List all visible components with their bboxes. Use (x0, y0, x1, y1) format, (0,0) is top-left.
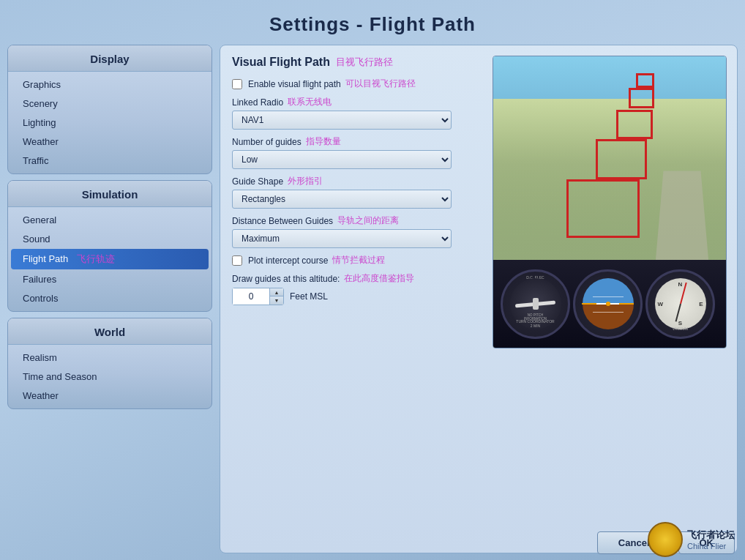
page-title: Settings - Flight Path (0, 0, 745, 45)
ai-pitch-line1 (593, 296, 624, 297)
num-guides-container: Number of guides 指导数量 Low Medium High (232, 135, 459, 169)
enable-row: Enable visual flight path 可以目视飞行路径 (232, 78, 459, 90)
watermark-sub: China Flier (687, 542, 735, 550)
sidebar-item-flightpath[interactable]: Flight Path 飞行轨迹 (11, 249, 209, 269)
altitude-chinese: 在此高度借鉴指导 (344, 272, 414, 285)
linked-radio-container: Linked Radio 联系无线电 NAV1 NAV2 COM1 COM2 (232, 96, 459, 130)
altitude-unit: Feet MSL (290, 291, 328, 302)
left-settings: Enable visual flight path 可以目视飞行路径 Linke… (232, 78, 459, 305)
plot-intercept-label: Plot intercept course 情节拦截过程 (248, 254, 385, 266)
sidebar-header-display: Display (8, 45, 211, 72)
preview-image: D.C. ELEC TURN COORDINATOR (493, 56, 727, 348)
sidebar-item-realism[interactable]: Realism (11, 348, 209, 367)
content-area: Visual Flight Path 目视飞行路径 Enable visual … (220, 45, 738, 553)
altitude-spinners: ▲ ▼ (269, 288, 283, 305)
sidebar-item-failures[interactable]: Failures (11, 270, 209, 288)
settings-panel: Visual Flight Path 目视飞行路径 Enable visual … (220, 45, 738, 553)
sidebar-header-simulation: Simulation (8, 181, 211, 207)
panel-title-text: Visual Flight Path (232, 56, 330, 69)
flight-rect-4 (629, 88, 654, 108)
plot-intercept-row: Plot intercept course 情节拦截过程 (232, 254, 459, 266)
distance-label: Distance Between Guides 导轨之间的距离 (232, 214, 459, 227)
flight-rect-2 (596, 139, 647, 179)
turn-coordinator: D.C. ELEC TURN COORDINATOR (501, 269, 570, 339)
ai-pitch-line2 (593, 312, 624, 313)
guide-shape-container: Guide Shape 外形指引 Rectangles Circles Arro… (232, 175, 459, 209)
sidebar-item-sound[interactable]: Sound (11, 230, 209, 248)
sidebar-item-weather-world[interactable]: Weather (11, 387, 209, 405)
enable-chinese: 可以目视飞行路径 (345, 78, 416, 90)
ai-left-wing (582, 303, 596, 305)
ai-right-wing (619, 303, 634, 305)
num-guides-label: Number of guides 指导数量 (232, 135, 459, 148)
enable-label: Enable visual flight path 可以目视飞行路径 (248, 78, 416, 90)
attitude-indicator (573, 269, 643, 339)
instrument-panel: D.C. ELEC TURN COORDINATOR (493, 260, 726, 348)
altitude-input[interactable] (233, 288, 269, 305)
sidebar-item-lighting[interactable]: Lighting (11, 113, 209, 132)
plot-intercept-chinese: 情节拦截过程 (332, 254, 385, 266)
altitude-label: Draw guides at this altitude: 在此高度借鉴指导 (232, 272, 459, 285)
flight-rect-5 (636, 73, 654, 88)
altitude-row: ▲ ▼ Feet MSL (232, 288, 459, 305)
guide-shape-chinese: 外形指引 (288, 175, 323, 187)
sidebar-item-weather-display[interactable]: Weather (11, 132, 209, 151)
linked-radio-chinese: 联系无线电 (288, 96, 332, 108)
sidebar-section-world: World Realism Time and Season Weather (7, 318, 212, 409)
altitude-input-wrapper: ▲ ▼ (232, 288, 284, 305)
tc-fuselage (533, 298, 539, 310)
watermark-chinese: 飞行者论坛 (687, 529, 735, 542)
num-guides-select[interactable]: Low Medium High (232, 150, 452, 169)
sidebar-item-timeseason[interactable]: Time and Season (11, 367, 209, 386)
ai-center (606, 302, 610, 306)
altitude-spin-up[interactable]: ▲ (270, 288, 283, 296)
sidebar-item-controls[interactable]: Controls (11, 289, 209, 307)
compass-needle-dark (675, 304, 681, 322)
num-guides-chinese: 指导数量 (306, 135, 341, 148)
main-layout: Display Graphics Scenery Lighting Weathe… (0, 45, 745, 553)
linked-radio-label: Linked Radio 联系无线电 (232, 96, 459, 108)
compass-body: N S E W (655, 278, 706, 329)
sidebar-item-graphics[interactable]: Graphics (11, 75, 209, 94)
watermark-text: 飞行者论坛 China Flier (687, 529, 735, 550)
bottom-bar: 飞行者论坛 China Flier Cancel OK (0, 526, 745, 560)
sidebar-item-scenery[interactable]: Scenery (11, 94, 209, 113)
tc-plane-container (514, 296, 558, 311)
distance-select[interactable]: Maximum Far Medium Close (232, 229, 452, 248)
flight-rect-1 (566, 179, 640, 238)
linked-radio-select[interactable]: NAV1 NAV2 COM1 COM2 (232, 111, 452, 130)
runway (656, 171, 709, 262)
tc-info: NO PITCHINFORMATION (509, 313, 561, 321)
guide-shape-select[interactable]: Rectangles Circles Arrows (232, 190, 452, 209)
plot-intercept-checkbox[interactable] (232, 255, 242, 266)
preview-inner: D.C. ELEC TURN COORDINATOR (493, 56, 726, 348)
compass-e: E (699, 301, 703, 307)
sidebar-item-general[interactable]: General (11, 211, 209, 229)
flight-rect-3 (616, 110, 653, 139)
vacuum-label: VACUUM (651, 326, 709, 331)
compass-w: W (658, 301, 664, 307)
guide-shape-label: Guide Shape 外形指引 (232, 175, 459, 187)
sidebar-display-items: Graphics Scenery Lighting Weather Traffi… (8, 72, 211, 173)
distance-container: Distance Between Guides 导轨之间的距离 Maximum … (232, 214, 459, 248)
sidebar-simulation-items: General Sound Flight Path 飞行轨迹 Failures … (8, 207, 211, 311)
heading-indicator: N S E W VACUUM (645, 269, 715, 339)
sidebar-section-simulation: Simulation General Sound Flight Path 飞行轨… (7, 180, 212, 312)
distance-chinese: 导轨之间的距离 (337, 214, 399, 227)
compass-n: N (678, 281, 683, 288)
sidebar-item-flightpath-chinese: 飞行轨迹 (77, 253, 115, 264)
sidebar: Display Graphics Scenery Lighting Weathe… (7, 45, 212, 553)
altitude-spin-down[interactable]: ▼ (270, 296, 283, 305)
enable-checkbox[interactable] (232, 79, 242, 89)
sidebar-section-display: Display Graphics Scenery Lighting Weathe… (7, 45, 212, 174)
sidebar-item-traffic[interactable]: Traffic (11, 152, 209, 170)
panel-title-chinese: 目视飞行路径 (336, 56, 393, 69)
sidebar-header-world: World (8, 318, 211, 345)
sidebar-world-items: Realism Time and Season Weather (8, 345, 211, 408)
logo-circle (648, 522, 683, 557)
ai-sky (583, 278, 634, 304)
sidebar-item-flightpath-label: Flight Path (23, 253, 68, 264)
altitude-container: Draw guides at this altitude: 在此高度借鉴指导 ▲… (232, 272, 459, 305)
watermark: 飞行者论坛 China Flier (648, 522, 735, 557)
ai-ground (583, 304, 634, 329)
